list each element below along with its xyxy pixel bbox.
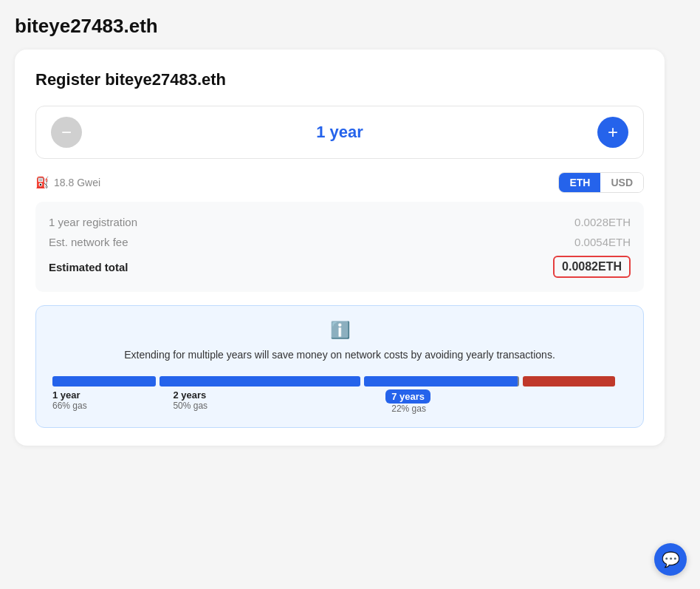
- info-icon: ℹ️: [330, 321, 350, 339]
- network-fee-row: Est. network fee 0.0054ETH: [49, 232, 631, 252]
- register-title: Register biteye27483.eth: [35, 70, 644, 89]
- year-selector: − 1 year +: [35, 106, 644, 159]
- gas-label-7: 22% gas: [385, 404, 426, 414]
- bars-container: [52, 376, 627, 387]
- registration-fee-row: 1 year registration 0.0028ETH: [49, 212, 631, 232]
- registration-fee-value: 0.0028ETH: [574, 216, 631, 228]
- increment-year-button[interactable]: +: [597, 117, 628, 148]
- register-card: Register biteye27483.eth − 1 year + ⛽ 18…: [15, 50, 665, 446]
- gas-info: ⛽ 18.8 Gwei: [35, 176, 100, 189]
- info-box: ℹ️ Extending for multiple years will sav…: [35, 305, 644, 428]
- network-fee-value: 0.0054ETH: [574, 236, 631, 248]
- info-header: ℹ️: [52, 321, 627, 340]
- bar-1year: [52, 376, 156, 387]
- gas-icon: ⛽: [35, 176, 49, 189]
- page-title: biteye27483.eth: [15, 15, 685, 38]
- currency-toggle: ETH USD: [558, 172, 644, 193]
- bar-label-1year: 1 year 66% gas: [52, 389, 173, 411]
- year-label-2: 2 years: [173, 389, 206, 401]
- total-fee-label: Estimated total: [49, 261, 128, 273]
- year-label-1: 1 year: [52, 389, 80, 401]
- gas-value: 18.8 Gwei: [54, 177, 100, 188]
- total-fee-value: 0.0082ETH: [553, 256, 631, 278]
- registration-fee-label: 1 year registration: [49, 216, 137, 228]
- gas-label-1: 66% gas: [52, 401, 87, 411]
- bar-labels-row: 1 year 66% gas 2 years 50% gas 7 years 2…: [52, 389, 627, 414]
- network-fee-label: Est. network fee: [49, 236, 128, 248]
- bar-2years: [159, 376, 360, 387]
- usd-currency-button[interactable]: USD: [600, 173, 643, 192]
- eth-currency-button[interactable]: ETH: [559, 173, 600, 192]
- info-text: Extending for multiple years will save m…: [52, 347, 627, 363]
- bar-label-2years: 2 years 50% gas: [173, 389, 385, 411]
- bar-red: [523, 376, 614, 387]
- year-label-7-highlight: 7 years: [385, 389, 430, 404]
- gas-label-2: 50% gas: [173, 401, 207, 411]
- year-display: 1 year: [316, 123, 363, 142]
- bar-7years: [364, 376, 519, 387]
- fee-table: 1 year registration 0.0028ETH Est. netwo…: [35, 202, 644, 292]
- bars-wrapper: 1 year 66% gas 2 years 50% gas 7 years 2…: [52, 376, 627, 414]
- gas-currency-row: ⛽ 18.8 Gwei ETH USD: [35, 172, 644, 193]
- decrement-year-button[interactable]: −: [51, 117, 82, 148]
- total-fee-row: Estimated total 0.0082ETH: [49, 252, 631, 282]
- bar-label-7years: 7 years 22% gas: [385, 389, 627, 414]
